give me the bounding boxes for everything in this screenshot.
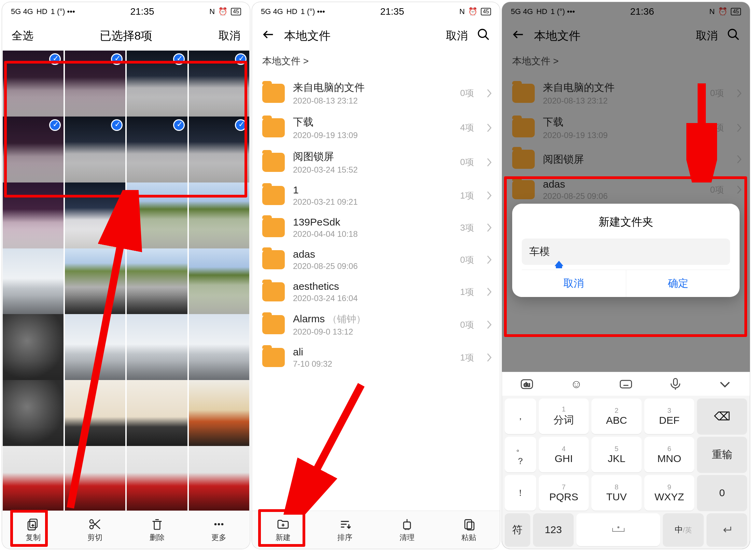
photo-thumb[interactable] — [127, 182, 187, 249]
collapse-icon[interactable] — [717, 377, 732, 392]
folder-row[interactable]: Alarms（铺钟） 2020-09-0 13:12 0项 — [252, 308, 500, 341]
hd-icon: HD — [286, 7, 297, 16]
baidu-icon[interactable]: du — [519, 377, 534, 392]
key-t9[interactable]: 3DEF — [644, 398, 695, 434]
photo-thumb[interactable] — [3, 380, 64, 447]
cancel-button[interactable]: 取消 — [219, 28, 240, 43]
folder-row[interactable]: 阅图锁屏 2020-03-24 15:52 0项 — [252, 145, 500, 179]
sort-button[interactable]: 排序 — [314, 511, 376, 549]
copy-button[interactable]: 复制 — [2, 511, 64, 549]
folder-name: ali — [293, 346, 452, 358]
paste-icon — [462, 517, 476, 531]
cancel-button[interactable]: 取消 — [446, 28, 468, 43]
photo-thumb[interactable] — [65, 51, 126, 117]
photo-thumb[interactable] — [127, 117, 187, 183]
clean-button[interactable]: 清理 — [376, 511, 438, 549]
nfc-icon: N — [459, 7, 465, 16]
key-t9[interactable]: 8TUV — [591, 475, 642, 511]
key-enter[interactable] — [706, 513, 747, 546]
photo-thumb[interactable] — [189, 117, 250, 183]
select-all-button[interactable]: 全选 — [12, 28, 33, 43]
photo-thumb[interactable] — [189, 446, 250, 511]
folder-row[interactable]: 来自电脑的文件 2020-08-13 23:12 0项 — [252, 76, 500, 110]
photo-thumb[interactable] — [3, 182, 64, 249]
key-t9[interactable]: 5JKL — [591, 437, 642, 472]
key-punct[interactable]: ， — [505, 398, 536, 434]
photo-thumb[interactable] — [3, 248, 64, 315]
photo-thumb[interactable] — [65, 380, 126, 447]
folder-row[interactable]: ali 7-10 09:32 1项 — [252, 341, 500, 374]
photo-thumb[interactable] — [189, 314, 250, 381]
folder-row[interactable]: 下载 2020-09-19 13:09 4项 — [252, 110, 500, 145]
cut-button[interactable]: 剪切 — [64, 511, 126, 549]
photo-thumb[interactable] — [65, 117, 126, 183]
photo-thumb[interactable] — [189, 380, 250, 447]
clock: 21:35 — [130, 6, 154, 17]
key-t9[interactable]: 9WXYZ — [644, 475, 695, 511]
battery-icon: 45 — [481, 8, 491, 15]
folder-row[interactable]: aesthetics 2020-03-24 16:04 1项 — [252, 276, 500, 308]
key-zero[interactable]: 0 — [697, 475, 747, 511]
key-space[interactable] — [576, 513, 660, 546]
mic-icon[interactable] — [668, 377, 683, 392]
key-backspace[interactable]: ⌫ — [697, 398, 747, 434]
key-t9[interactable]: 4GHI — [539, 437, 589, 472]
paste-button[interactable]: 粘贴 — [438, 511, 500, 549]
photo-thumb[interactable] — [127, 380, 187, 447]
photo-thumb[interactable] — [3, 51, 64, 117]
folder-name-input[interactable]: 车模 — [522, 239, 730, 265]
key-t9[interactable]: 7PQRS — [539, 475, 589, 511]
photo-thumb[interactable] — [3, 446, 64, 511]
delete-button[interactable]: 删除 — [126, 511, 188, 549]
photo-thumb[interactable] — [127, 248, 187, 315]
key-reinput[interactable]: 重输 — [697, 437, 747, 472]
key-punct[interactable]: 。？ — [505, 437, 536, 472]
screen-dialog: 5G 4G HD 1 (°) ••• 21:36 N⏰45 本地文件 取消 本地… — [502, 2, 750, 549]
status-bar: 5G 4G HD 1 (°) ••• 21:35 N ⏰ 45 — [2, 2, 250, 21]
key-123[interactable]: 123 — [533, 513, 574, 546]
search-button[interactable] — [477, 28, 490, 44]
photo-thumb[interactable] — [127, 314, 187, 381]
battery-icon: 45 — [231, 8, 241, 15]
photo-thumb[interactable] — [127, 51, 187, 117]
dialog-cancel-button[interactable]: 取消 — [522, 270, 626, 297]
item-count: 4项 — [460, 122, 474, 134]
key-symbols[interactable]: 符 — [505, 513, 530, 546]
keyboard-icon[interactable] — [618, 377, 633, 392]
dialog-title: 新建文件夹 — [522, 215, 730, 230]
key-t9[interactable]: 6MNO — [644, 437, 695, 472]
photo-thumb[interactable] — [189, 182, 250, 249]
folder-date: 2020-09-0 13:12 — [293, 327, 452, 337]
signal-icon: 5G 4G — [11, 7, 33, 16]
photo-thumb[interactable] — [3, 117, 64, 183]
key-punct[interactable]: ！ — [505, 475, 536, 511]
header: 本地文件 取消 — [252, 21, 500, 51]
photo-thumb[interactable] — [127, 446, 187, 511]
dialog-ok-button[interactable]: 确定 — [626, 270, 730, 297]
folder-row[interactable]: 139PeSdk 2020-04-04 10:18 3项 — [252, 212, 500, 244]
key-t9[interactable]: 1分词 — [539, 398, 589, 434]
new-button[interactable]: 新建 — [252, 511, 314, 549]
photo-thumb[interactable] — [3, 314, 64, 381]
folder-row[interactable]: 1 2020-03-21 09:21 1项 — [252, 179, 500, 212]
svg-point-6 — [221, 523, 224, 525]
photo-thumb[interactable] — [65, 446, 126, 511]
folder-row[interactable]: adas 2020-08-25 09:06 0项 — [252, 244, 500, 276]
back-button[interactable] — [262, 28, 275, 44]
text-cursor-icon — [555, 261, 563, 268]
key-lang[interactable]: 中/英 — [663, 513, 703, 546]
folder-name: 139PeSdk — [293, 216, 452, 228]
key-t9[interactable]: 2ABC — [591, 398, 642, 434]
photo-thumb[interactable] — [65, 248, 126, 315]
photo-thumb[interactable] — [189, 248, 250, 315]
item-count: 1项 — [460, 190, 474, 202]
emoji-icon[interactable]: ☺ — [569, 377, 584, 392]
photo-thumb[interactable] — [65, 314, 126, 381]
breadcrumb[interactable]: 本地文件 > — [252, 51, 500, 76]
scissors-icon — [88, 517, 102, 531]
more-button[interactable]: 更多 — [188, 511, 250, 549]
photo-thumb[interactable] — [65, 182, 126, 249]
svg-point-5 — [218, 523, 220, 525]
folder-name: 来自电脑的文件 — [293, 81, 452, 95]
photo-thumb[interactable] — [189, 51, 250, 117]
